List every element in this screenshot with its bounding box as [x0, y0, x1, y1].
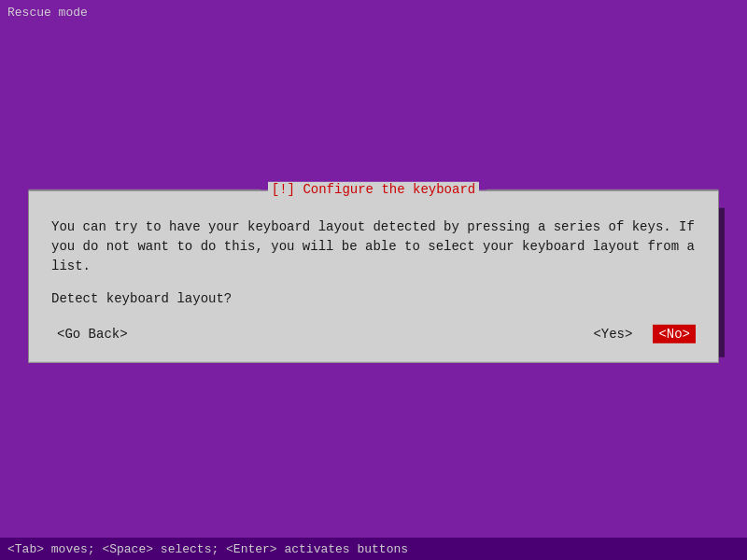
window-title: Rescue mode — [7, 6, 88, 20]
status-bar: <Tab> moves; <Space> selects; <Enter> ac… — [0, 538, 747, 560]
dialog-body-text: You can try to have your keyboard layout… — [51, 217, 696, 276]
title-line-left — [29, 189, 261, 189]
status-bar-text: <Tab> moves; <Space> selects; <Enter> ac… — [7, 542, 408, 556]
dialog-title-bar: [!] Configure the keyboard — [29, 182, 718, 197]
dialog-question: Detect keyboard layout? — [51, 291, 696, 306]
dialog-buttons-row: <Go Back> <Yes> <No> — [51, 325, 696, 343]
no-button[interactable]: <No> — [653, 325, 696, 343]
title-line-right — [486, 189, 718, 189]
go-back-button[interactable]: <Go Back> — [51, 325, 134, 343]
dialog-box: [!] Configure the keyboard You can try t… — [28, 190, 719, 363]
dialog-title: [!] Configure the keyboard — [268, 182, 479, 197]
dialog-buttons-right: <Yes> <No> — [587, 325, 696, 343]
yes-button[interactable]: <Yes> — [587, 325, 638, 343]
